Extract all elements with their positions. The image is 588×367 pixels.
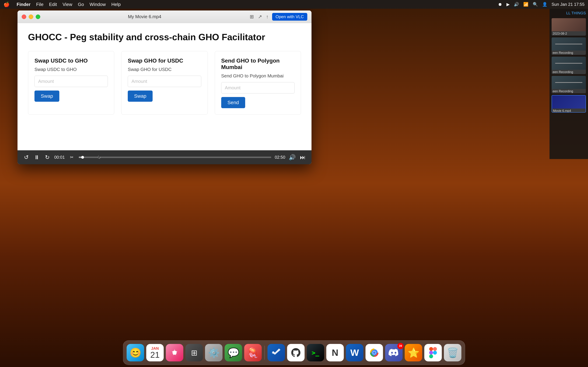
card-swap-gho-usdc: Swap GHO for USDC Swap GHO for USDC Swap: [121, 51, 208, 115]
thumbnail-recording-2[interactable]: een Recording4-01...17.49.41: [552, 57, 586, 74]
share-icon[interactable]: ↗: [257, 13, 263, 20]
window-title: My Movie 6.mp4: [40, 14, 249, 19]
menubar-left: 🍎 Finder File Edit View Go Window Help: [3, 1, 121, 7]
card-3-title: Send GHO to Polygon Mumbai: [221, 58, 294, 70]
progress-handle[interactable]: [81, 156, 84, 159]
window-titlebar: My Movie 6.mp4 ⊞ ↗ ↑ Open with VLC: [17, 10, 311, 23]
screen-recording-icon[interactable]: ⏺: [498, 2, 502, 7]
dock-calendar[interactable]: JAN 21: [146, 344, 164, 361]
card-swap-usdc-gho: Swap USDC to GHO Swap USDC to GHO Swap: [28, 51, 114, 115]
card-1-title: Swap USDC to GHO: [35, 58, 108, 64]
skip-forward-button[interactable]: ↻: [44, 154, 51, 161]
card-2-subtitle: Swap GHO for USDC: [128, 67, 201, 72]
menubar: 🍎 Finder File Edit View Go Window Help ⏺…: [0, 0, 588, 9]
pause-button[interactable]: ⏸: [33, 154, 40, 161]
playback-icon[interactable]: ▶: [506, 2, 510, 7]
svg-rect-9: [429, 351, 433, 355]
menubar-right: ⏺ ▶ 🔊 📶 🔍 👤 Sun Jan 21 17:55: [498, 2, 585, 7]
menubar-edit[interactable]: Edit: [49, 2, 57, 7]
window-maximize-button[interactable]: [36, 15, 40, 19]
dock-messages[interactable]: 💬: [225, 344, 242, 361]
main-window: My Movie 6.mp4 ⊞ ↗ ↑ Open with VLC GHOCC…: [17, 10, 311, 164]
thumbnail-movie-selected[interactable]: Movie 6.mp4: [552, 95, 586, 113]
card-3-send-button[interactable]: Send: [221, 97, 245, 108]
menubar-view[interactable]: View: [62, 2, 72, 7]
volume-icon[interactable]: 🔊: [289, 154, 296, 161]
search-icon[interactable]: 🔍: [533, 2, 538, 7]
thumbnail-photo-label: 2023-08-230....002.jpeg: [552, 31, 586, 36]
card-2-title: Swap GHO for USDC: [128, 58, 201, 64]
dock-calculator[interactable]: ⊞: [185, 344, 203, 361]
thumbnail-photo[interactable]: 2023-08-230....002.jpeg: [552, 18, 586, 36]
datetime-display: Sun Jan 21 17:55: [552, 2, 585, 7]
audio-icon[interactable]: 🔊: [514, 2, 519, 7]
dock-finder[interactable]: 😊: [127, 344, 144, 361]
cards-row: Swap USDC to GHO Swap USDC to GHO Swap S…: [28, 51, 301, 115]
card-3-amount-input[interactable]: [221, 82, 294, 93]
dock-chrome[interactable]: [366, 344, 383, 361]
fast-user-icon[interactable]: 👤: [542, 2, 547, 7]
dock-system-prefs[interactable]: ⚙️: [205, 344, 223, 361]
thumbnail-recording-3-label: een Recording: [552, 89, 586, 93]
card-2-amount-input[interactable]: [128, 76, 201, 87]
dock-launchpad[interactable]: [166, 344, 183, 361]
thumbnail-movie-label: Movie 6.mp4: [552, 108, 586, 113]
dock-notion[interactable]: N: [326, 344, 344, 361]
dock-vscode[interactable]: [268, 344, 285, 361]
calendar-day: 21: [150, 351, 160, 359]
thumbnail-recording-3[interactable]: een Recording: [552, 76, 586, 93]
progress-bar[interactable]: [79, 157, 271, 158]
svg-rect-11: [429, 354, 433, 358]
current-time: 00:01: [54, 155, 65, 160]
svg-point-6: [373, 351, 376, 354]
open-with-vlc-button[interactable]: Open with VLC: [272, 13, 307, 21]
dock-figma[interactable]: [424, 344, 442, 361]
svg-rect-10: [433, 351, 437, 355]
wifi-icon[interactable]: 📶: [523, 2, 528, 7]
menubar-help[interactable]: Help: [111, 2, 121, 7]
right-panel: LL THINGS 2023-08-230....002.jpeg een Re…: [550, 9, 588, 159]
dock-separator: [265, 346, 265, 360]
svg-rect-7: [429, 347, 433, 351]
svg-rect-8: [433, 347, 437, 351]
player-controls: ↺ ⏸ ↻ 00:01 ✂ 02:50 🔊 ⏭: [17, 150, 311, 164]
card-1-amount-input[interactable]: [35, 76, 108, 87]
card-3-subtitle: Send GHO to Polygon Mumbai: [221, 73, 294, 79]
apple-menu[interactable]: 🍎: [3, 1, 10, 7]
skip-back-button[interactable]: ↺: [23, 154, 30, 161]
menubar-finder[interactable]: Finder: [17, 2, 30, 7]
thumbnail-recording-1-label: een Recording4-01...17.47.18: [552, 50, 586, 55]
window-content: GHOCC - Peg stability and cross-chain GH…: [17, 23, 311, 150]
fullscreen-button[interactable]: ⏭: [299, 154, 306, 161]
window-toolbar-right: ⊞ ↗ ↑ Open with VLC: [249, 13, 307, 21]
dock-reeder[interactable]: ⭐: [405, 344, 422, 361]
card-send-gho-polygon: Send GHO to Polygon Mumbai Send GHO to P…: [215, 51, 301, 115]
window-controls: [22, 15, 40, 19]
all-things-label: LL THINGS: [552, 11, 586, 15]
dock-terminal[interactable]: >_: [307, 344, 324, 361]
menubar-file[interactable]: File: [36, 2, 43, 7]
dock: 😊 JAN 21 ⊞ ⚙️ 💬 🪼 >_: [123, 341, 465, 365]
page-title: GHOCC - Peg stability and cross-chain GH…: [28, 32, 301, 42]
discord-badge: 39: [398, 343, 404, 349]
card-1-subtitle: Swap USDC to GHO: [35, 67, 108, 72]
dock-github[interactable]: [287, 344, 305, 361]
card-1-swap-button[interactable]: Swap: [35, 91, 59, 102]
window-minimize-button[interactable]: [29, 15, 33, 19]
card-2-swap-button[interactable]: Swap: [128, 91, 153, 102]
dock-discord[interactable]: 39: [385, 344, 403, 361]
dock-jelly[interactable]: 🪼: [244, 344, 262, 361]
thumbnail-recording-1[interactable]: een Recording4-01...17.47.18: [552, 37, 586, 55]
dock-trash[interactable]: 🗑️: [444, 344, 461, 361]
window-close-button[interactable]: [22, 15, 26, 19]
menubar-window[interactable]: Window: [90, 2, 106, 7]
dock-word[interactable]: W: [346, 344, 363, 361]
total-time: 02:50: [275, 155, 285, 160]
menubar-go[interactable]: Go: [78, 2, 84, 7]
thumbnail-recording-2-label: een Recording4-01...17.49.41: [552, 70, 586, 74]
sidebar-toggle-icon[interactable]: ⊞: [249, 13, 254, 20]
airdrop-icon[interactable]: ↑: [266, 13, 269, 20]
trim-icon[interactable]: ✂: [68, 155, 75, 160]
